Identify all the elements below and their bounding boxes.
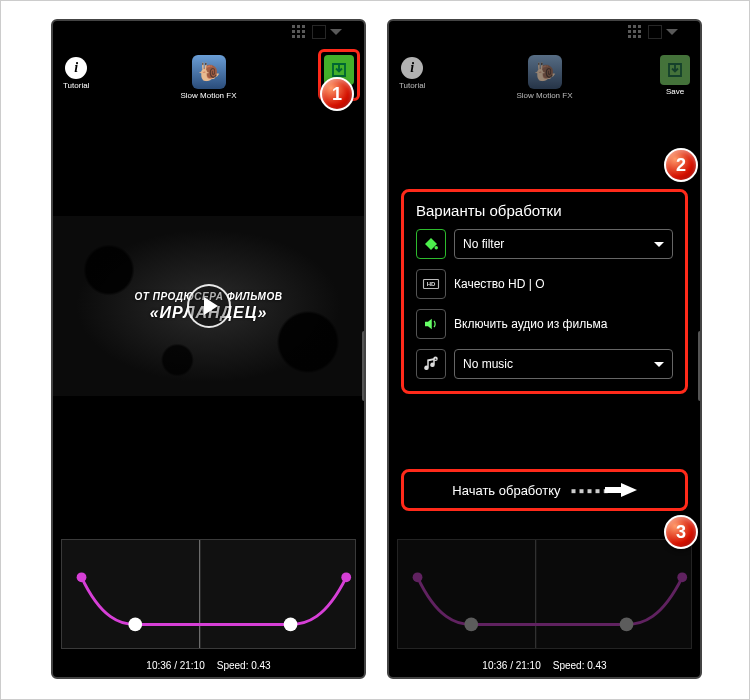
music-icon: + [416,349,446,379]
svg-point-3 [284,618,298,632]
svg-text:HD: HD [427,281,436,287]
filter-row: No filter [416,229,673,259]
apps-grid-icon [290,23,308,41]
arrow-right-icon [621,483,637,497]
svg-point-2 [128,618,142,632]
svg-point-4 [341,572,351,582]
svg-point-14 [677,572,687,582]
app-icon: 🐌 Slow Motion FX [516,55,572,100]
phone-screen-options: i Tutorial 🐌 Slow Motion FX Save Вариант… [387,19,702,679]
system-icons [290,23,342,41]
status-bar: 10:36 / 21:10 Speed: 0.43 [389,660,700,671]
audio-label: Включить аудио из фильма [454,317,673,332]
tutorial-label: Tutorial [63,81,89,90]
top-bar: i Tutorial 🐌 Slow Motion FX Save [53,21,364,99]
speaker-icon [416,309,446,339]
panel-title: Варианты обработки [416,202,673,219]
side-scroll-indicator [698,331,702,401]
quality-row[interactable]: HD Качество HD | О [416,269,673,299]
speed-curve-editor[interactable] [61,539,356,649]
video-preview[interactable]: ОТ ПРОДЮСЕРА ФИЛЬМОВ «ИРЛАНДЕЦ» [53,141,364,471]
svg-point-5 [435,246,438,249]
svg-point-13 [620,618,634,632]
play-icon[interactable] [187,284,231,328]
chevron-down-icon [330,29,342,35]
filter-dropdown[interactable]: No filter [454,229,673,259]
status-bar: 10:36 / 21:10 Speed: 0.43 [53,660,364,671]
music-value: No music [463,357,513,371]
info-icon: i [65,57,87,79]
filter-value: No filter [463,237,504,251]
callout-badge-1: 1 [320,77,354,111]
svg-point-12 [464,618,478,632]
chevron-down-icon [666,29,678,35]
info-icon: i [401,57,423,79]
start-processing-button[interactable]: Начать обработку ▪▪▪▪▪ [401,469,688,511]
speed-curve-editor[interactable] [397,539,692,649]
time-position: 10:36 / 21:10 [482,660,540,671]
chevron-down-icon [654,362,664,367]
app-label: Slow Motion FX [180,91,236,100]
save-icon [660,55,690,85]
processing-options-panel: Варианты обработки No filter HD Качество… [401,189,688,394]
tutorial-button[interactable]: i Tutorial [63,57,89,90]
save-label: Save [666,87,684,96]
bucket-icon [416,229,446,259]
speed-value: Speed: 0.43 [553,660,607,671]
side-scroll-indicator [362,331,366,401]
snail-icon: 🐌 [192,55,226,89]
top-bar: i Tutorial 🐌 Slow Motion FX Save [389,21,700,99]
tutorial-label: Tutorial [399,81,425,90]
start-label: Начать обработку [452,483,560,498]
quality-label: Качество HD | О [454,277,673,292]
app-label: Slow Motion FX [516,91,572,100]
svg-point-1 [77,572,87,582]
audio-row[interactable]: Включить аудио из фильма [416,309,673,339]
expand-icon [312,25,326,39]
tutorial-button[interactable]: i Tutorial [399,57,425,90]
expand-icon [648,25,662,39]
apps-grid-icon [626,23,644,41]
hd-icon: HD [416,269,446,299]
save-button[interactable]: Save [660,55,690,96]
app-icon: 🐌 Slow Motion FX [180,55,236,100]
callout-badge-3: 3 [664,515,698,549]
system-icons [626,23,678,41]
svg-point-11 [413,572,423,582]
time-position: 10:36 / 21:10 [146,660,204,671]
music-dropdown[interactable]: No music [454,349,673,379]
music-row: + No music [416,349,673,379]
speed-value: Speed: 0.43 [217,660,271,671]
chevron-down-icon [654,242,664,247]
snail-icon: 🐌 [528,55,562,89]
callout-badge-2: 2 [664,148,698,182]
phone-screen-before: i Tutorial 🐌 Slow Motion FX Save ОТ ПРОД… [51,19,366,679]
